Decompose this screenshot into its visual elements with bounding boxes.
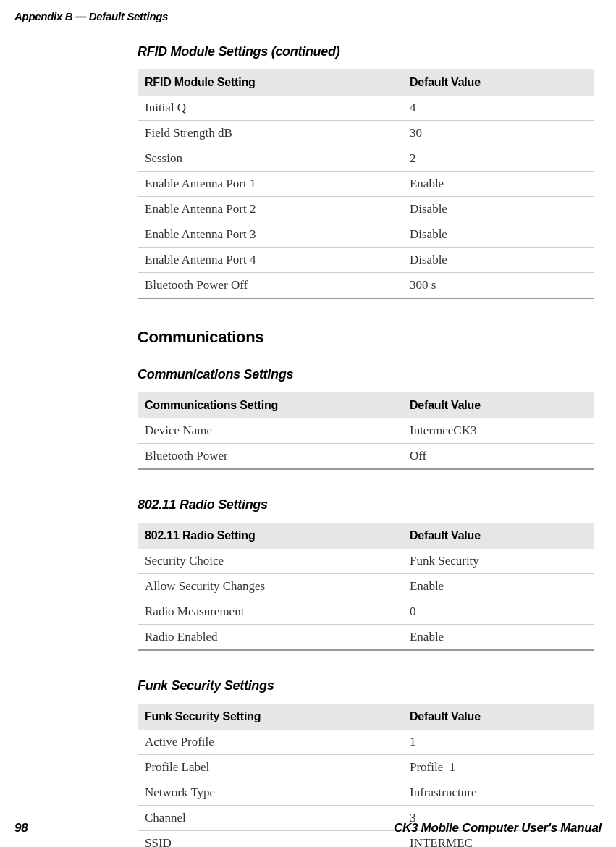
table-row: Field Strength dB30	[138, 121, 594, 146]
value-cell: Enable	[402, 574, 594, 599]
setting-cell: Device Name	[138, 418, 402, 444]
table-row: Profile LabelProfile_1	[138, 755, 594, 780]
table-row: Network TypeInfrastructure	[138, 780, 594, 806]
value-cell: Disable	[402, 248, 594, 273]
setting-cell: Active Profile	[138, 730, 402, 755]
value-cell: 0	[402, 599, 594, 625]
value-cell: Disable	[402, 197, 594, 222]
comm-col-value: Default Value	[402, 392, 594, 418]
setting-cell: Network Type	[138, 780, 402, 806]
table-row: Enable Antenna Port 1Enable	[138, 172, 594, 197]
rfid-settings-table: RFID Module Setting Default Value Initia…	[138, 69, 594, 299]
communications-table-title: Communications Settings	[138, 367, 594, 382]
setting-cell: Bluetooth Power Off	[138, 273, 402, 299]
table-row: Enable Antenna Port 4Disable	[138, 248, 594, 273]
setting-cell: Radio Measurement	[138, 599, 402, 625]
value-cell: 300 s	[402, 273, 594, 299]
manual-title: CK3 Mobile Computer User's Manual	[394, 821, 602, 835]
setting-cell: Radio Enabled	[138, 625, 402, 651]
setting-cell: Initial Q	[138, 96, 402, 121]
value-cell: 1	[402, 730, 594, 755]
setting-cell: Allow Security Changes	[138, 574, 402, 599]
table-row: Enable Antenna Port 2Disable	[138, 197, 594, 222]
setting-cell: Enable Antenna Port 4	[138, 248, 402, 273]
value-cell: Infrastructure	[402, 780, 594, 806]
table-row: Bluetooth PowerOff	[138, 444, 594, 470]
value-cell: Enable	[402, 172, 594, 197]
appendix-header: Appendix B — Default Settings	[0, 0, 616, 22]
radio-settings-table: 802.11 Radio Setting Default Value Secur…	[138, 523, 594, 651]
radio-table-title: 802.11 Radio Settings	[138, 497, 594, 513]
table-row: Radio EnabledEnable	[138, 625, 594, 651]
radio-col-value: Default Value	[402, 523, 594, 549]
value-cell: Enable	[402, 625, 594, 651]
table-row: Radio Measurement0	[138, 599, 594, 625]
table-row: Initial Q4	[138, 96, 594, 121]
table-row: Allow Security ChangesEnable	[138, 574, 594, 599]
setting-cell: Enable Antenna Port 3	[138, 222, 402, 248]
communications-settings-table: Communications Setting Default Value Dev…	[138, 392, 594, 470]
setting-cell: Bluetooth Power	[138, 444, 402, 470]
rfid-table-title: RFID Module Settings (continued)	[138, 44, 594, 59]
setting-cell: Session	[138, 146, 402, 172]
comm-col-setting: Communications Setting	[138, 392, 402, 418]
value-cell: Disable	[402, 222, 594, 248]
funk-col-value: Default Value	[402, 704, 594, 730]
communications-heading: Communications	[138, 328, 594, 347]
value-cell: Profile_1	[402, 755, 594, 780]
value-cell: Funk Security	[402, 549, 594, 574]
setting-cell: Enable Antenna Port 2	[138, 197, 402, 222]
value-cell: 2	[402, 146, 594, 172]
rfid-col-setting: RFID Module Setting	[138, 69, 402, 96]
page-number: 98	[14, 821, 28, 835]
page-footer: 98 CK3 Mobile Computer User's Manual	[0, 821, 616, 835]
page-content: RFID Module Settings (continued) RFID Mo…	[0, 22, 616, 847]
radio-col-setting: 802.11 Radio Setting	[138, 523, 402, 549]
setting-cell: Profile Label	[138, 755, 402, 780]
rfid-col-value: Default Value	[402, 69, 594, 96]
table-row: Session2	[138, 146, 594, 172]
value-cell: IntermecCK3	[402, 418, 594, 444]
setting-cell: Security Choice	[138, 549, 402, 574]
value-cell: Off	[402, 444, 594, 470]
table-row: Active Profile1	[138, 730, 594, 755]
table-row: Enable Antenna Port 3Disable	[138, 222, 594, 248]
value-cell: 4	[402, 96, 594, 121]
table-row: Security ChoiceFunk Security	[138, 549, 594, 574]
setting-cell: Field Strength dB	[138, 121, 402, 146]
setting-cell: Enable Antenna Port 1	[138, 172, 402, 197]
value-cell: 30	[402, 121, 594, 146]
table-row: Device NameIntermecCK3	[138, 418, 594, 444]
funk-table-title: Funk Security Settings	[138, 678, 594, 694]
table-row: Bluetooth Power Off300 s	[138, 273, 594, 299]
funk-col-setting: Funk Security Setting	[138, 704, 402, 730]
